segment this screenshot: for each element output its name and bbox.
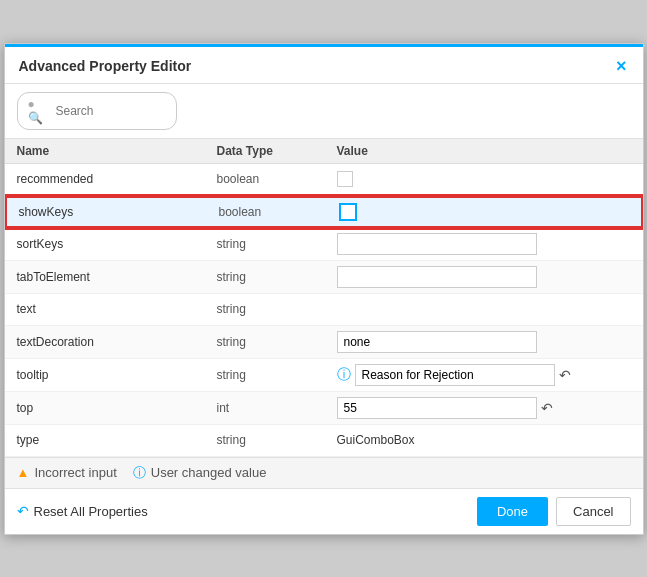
cell-type: boolean bbox=[219, 205, 339, 219]
search-bar: ●🔍 bbox=[5, 84, 643, 139]
cell-type: string bbox=[217, 270, 337, 284]
dialog-title: Advanced Property Editor bbox=[19, 58, 192, 74]
tooltip-reset-button[interactable]: ↶ bbox=[559, 368, 571, 382]
reset-all-button[interactable]: ↶ Reset All Properties bbox=[17, 503, 148, 519]
legend-user-changed-label: User changed value bbox=[151, 465, 267, 480]
cell-name: type bbox=[17, 433, 217, 447]
cell-name: tooltip bbox=[17, 368, 217, 382]
header-datatype: Data Type bbox=[217, 144, 337, 158]
cell-name: text bbox=[17, 302, 217, 316]
top-reset-button[interactable]: ↶ bbox=[541, 401, 553, 415]
cell-value bbox=[339, 203, 629, 221]
reset-all-label: Reset All Properties bbox=[34, 504, 148, 519]
cell-value bbox=[337, 266, 631, 288]
legend-incorrect: ▲ Incorrect input bbox=[17, 465, 117, 480]
cell-value: ↶ bbox=[337, 397, 631, 419]
advanced-property-editor-dialog: Advanced Property Editor × ●🔍 Name Data … bbox=[4, 43, 644, 535]
table-row-showkeys: showKeys boolean bbox=[5, 196, 643, 228]
cell-type: string bbox=[217, 237, 337, 251]
cell-name: top bbox=[17, 401, 217, 415]
user-changed-icon: ⓘ bbox=[133, 464, 146, 482]
legend-user-changed: ⓘ User changed value bbox=[133, 464, 267, 482]
reset-all-icon: ↶ bbox=[17, 503, 29, 519]
close-button[interactable]: × bbox=[614, 57, 629, 75]
cell-value: ⓘ ↶ bbox=[337, 364, 631, 386]
checkbox-showkeys[interactable] bbox=[339, 203, 357, 221]
cell-type: string bbox=[217, 335, 337, 349]
table-row: tooltip string ⓘ ↶ bbox=[5, 359, 643, 392]
cell-type: string bbox=[217, 302, 337, 316]
type-value: GuiComboBox bbox=[337, 433, 415, 447]
cancel-button[interactable]: Cancel bbox=[556, 497, 630, 526]
top-input[interactable] bbox=[337, 397, 537, 419]
search-input[interactable] bbox=[56, 104, 166, 118]
svg-rect-0 bbox=[342, 206, 354, 218]
search-input-wrap: ●🔍 bbox=[17, 92, 177, 130]
search-icon: ●🔍 bbox=[28, 97, 50, 125]
info-icon: ⓘ bbox=[337, 366, 351, 384]
header-name: Name bbox=[17, 144, 217, 158]
footer-legend: ▲ Incorrect input ⓘ User changed value bbox=[5, 457, 643, 488]
table-row: sortKeys string bbox=[5, 228, 643, 261]
cell-name: showKeys bbox=[19, 205, 219, 219]
table-body: recommended boolean showKeys boolean sor… bbox=[5, 164, 643, 457]
cell-value bbox=[337, 331, 631, 353]
cell-name: textDecoration bbox=[17, 335, 217, 349]
table-row: recommended boolean bbox=[5, 164, 643, 196]
cell-value bbox=[337, 171, 631, 187]
dialog-header: Advanced Property Editor × bbox=[5, 44, 643, 84]
sortkeys-input[interactable] bbox=[337, 233, 537, 255]
table-header: Name Data Type Value bbox=[5, 139, 643, 164]
cell-type: int bbox=[217, 401, 337, 415]
table-row: type string GuiComboBox bbox=[5, 425, 643, 457]
legend-incorrect-label: Incorrect input bbox=[34, 465, 116, 480]
footer-buttons: Done Cancel bbox=[477, 497, 631, 526]
dialog-footer: ↶ Reset All Properties Done Cancel bbox=[5, 488, 643, 534]
cell-type: string bbox=[217, 433, 337, 447]
cell-value bbox=[337, 233, 631, 255]
header-value: Value bbox=[337, 144, 631, 158]
cell-name: tabToElement bbox=[17, 270, 217, 284]
table-row: textDecoration string bbox=[5, 326, 643, 359]
cell-type: string bbox=[217, 368, 337, 382]
cell-name: sortKeys bbox=[17, 237, 217, 251]
table-row: top int ↶ bbox=[5, 392, 643, 425]
table-row: tabToElement string bbox=[5, 261, 643, 294]
tabtoelement-input[interactable] bbox=[337, 266, 537, 288]
table-row: text string bbox=[5, 294, 643, 326]
checkbox-check-icon bbox=[342, 206, 354, 218]
cell-type: boolean bbox=[217, 172, 337, 186]
cell-name: recommended bbox=[17, 172, 217, 186]
cell-value: GuiComboBox bbox=[337, 433, 631, 447]
checkbox-recommended[interactable] bbox=[337, 171, 353, 187]
done-button[interactable]: Done bbox=[477, 497, 548, 526]
warning-icon: ▲ bbox=[17, 465, 30, 480]
textdecoration-input[interactable] bbox=[337, 331, 537, 353]
tooltip-input[interactable] bbox=[355, 364, 555, 386]
